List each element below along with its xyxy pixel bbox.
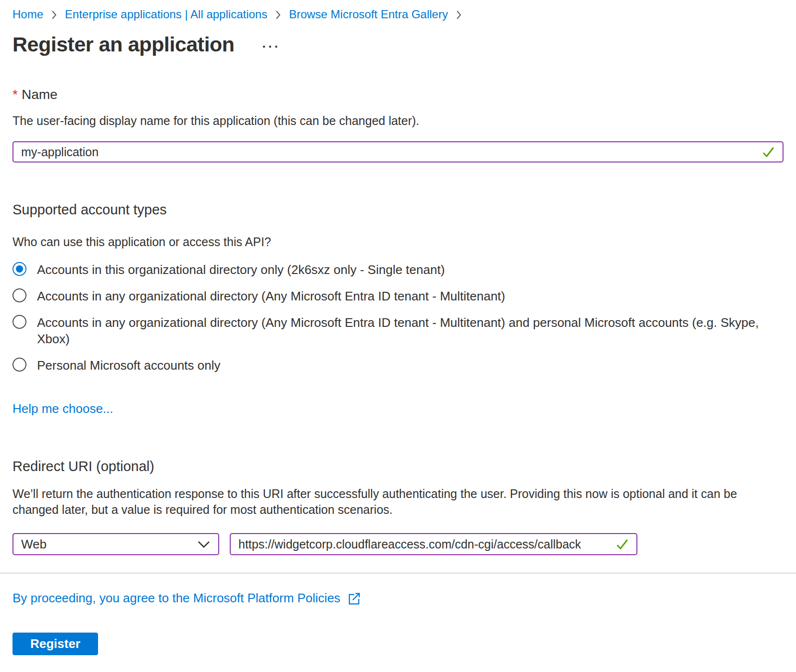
platform-select-value: Web xyxy=(21,537,47,552)
name-input[interactable] xyxy=(12,141,784,162)
name-input-wrap xyxy=(12,141,784,162)
chevron-right-icon xyxy=(51,10,57,20)
valid-check-icon xyxy=(759,143,777,161)
account-types-radio-group: Accounts in this organizational director… xyxy=(12,261,784,373)
name-description: The user-facing display name for this ap… xyxy=(12,114,784,128)
radio-label: Personal Microsoft accounts only xyxy=(37,357,221,373)
help-me-choose-link[interactable]: Help me choose... xyxy=(12,401,113,416)
external-link-icon[interactable] xyxy=(346,591,361,607)
more-options-icon[interactable]: ··· xyxy=(262,39,281,54)
radio-label: Accounts in any organizational directory… xyxy=(37,314,768,347)
redirect-uri-input-wrap xyxy=(230,533,637,555)
chevron-right-icon xyxy=(275,10,281,20)
policy-row: By proceeding, you agree to the Microsof… xyxy=(12,589,784,607)
radio-multitenant[interactable]: Accounts in any organizational directory… xyxy=(12,288,784,304)
chevron-down-icon xyxy=(197,540,211,548)
radio-personal-only[interactable]: Personal Microsoft accounts only xyxy=(12,357,784,373)
platform-policies-link[interactable]: By proceeding, you agree to the Microsof… xyxy=(12,591,340,606)
breadcrumb-home[interactable]: Home xyxy=(12,8,43,21)
redirect-uri-heading: Redirect URI (optional) xyxy=(12,459,784,474)
redirect-uri-input[interactable] xyxy=(230,533,637,555)
breadcrumb: Home Enterprise applications | All appli… xyxy=(12,8,784,21)
radio-single-tenant[interactable]: Accounts in this organizational director… xyxy=(12,261,784,278)
page-header: Register an application ··· xyxy=(12,33,784,56)
breadcrumb-entra-gallery[interactable]: Browse Microsoft Entra Gallery xyxy=(289,8,448,21)
radio-button-icon[interactable] xyxy=(12,315,26,329)
radio-multitenant-personal[interactable]: Accounts in any organizational directory… xyxy=(12,314,784,347)
valid-check-icon xyxy=(613,535,631,553)
radio-button-icon[interactable] xyxy=(12,288,26,302)
account-types-heading: Supported account types xyxy=(12,202,784,218)
radio-label: Accounts in any organizational directory… xyxy=(37,288,505,304)
radio-button-icon[interactable] xyxy=(12,262,26,276)
required-asterisk: * xyxy=(12,87,18,102)
redirect-uri-description: We’ll return the authentication response… xyxy=(12,486,748,518)
account-types-question: Who can use this application or access t… xyxy=(12,235,784,249)
radio-button-icon[interactable] xyxy=(12,358,26,372)
footer-divider xyxy=(0,572,796,574)
radio-label: Accounts in this organizational director… xyxy=(37,261,445,278)
platform-select[interactable]: Web xyxy=(12,533,219,555)
name-label-text: Name xyxy=(22,87,58,102)
breadcrumb-enterprise-applications[interactable]: Enterprise applications | All applicatio… xyxy=(65,8,267,21)
redirect-uri-row: Web xyxy=(12,533,784,555)
page-title: Register an application xyxy=(12,33,235,56)
chevron-right-icon xyxy=(456,10,462,20)
register-button[interactable]: Register xyxy=(12,633,98,655)
name-label: *Name xyxy=(12,87,784,102)
